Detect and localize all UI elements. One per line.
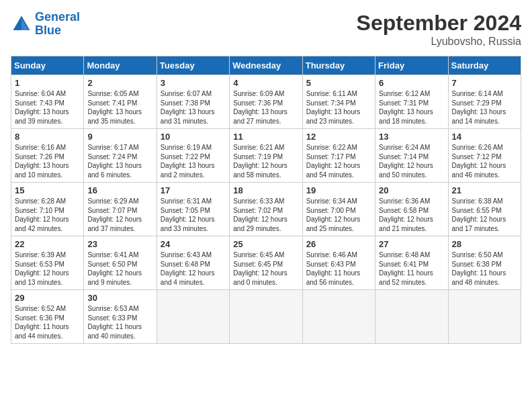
calendar-cell: 3 Sunrise: 6:07 AMSunset: 7:38 PMDayligh… [157,75,229,129]
calendar-week-4: 22 Sunrise: 6:39 AMSunset: 6:53 PMDaylig… [11,236,521,290]
calendar-cell: 22 Sunrise: 6:39 AMSunset: 6:53 PMDaylig… [11,236,84,290]
day-content: Sunrise: 6:46 AMSunset: 6:43 PMDaylight:… [306,250,371,287]
calendar-cell: 19 Sunrise: 6:34 AMSunset: 7:00 PMDaylig… [302,183,375,236]
day-number: 14 [452,132,517,142]
day-content: Sunrise: 6:43 AMSunset: 6:48 PMDaylight:… [161,250,226,287]
calendar-cell: 15 Sunrise: 6:28 AMSunset: 7:10 PMDaylig… [11,183,84,236]
day-content: Sunrise: 6:17 AMSunset: 7:24 PMDaylight:… [87,143,152,179]
page-header: General Blue September 2024 Lyubovsho, R… [11,11,521,48]
calendar-cell: 21 Sunrise: 6:38 AMSunset: 6:55 PMDaylig… [448,183,521,236]
day-content: Sunrise: 6:41 AMSunset: 6:50 PMDaylight:… [87,250,152,287]
day-content: Sunrise: 6:48 AMSunset: 6:41 PMDaylight:… [379,250,444,287]
calendar-cell: 23 Sunrise: 6:41 AMSunset: 6:50 PMDaylig… [84,236,157,290]
day-content: Sunrise: 6:24 AMSunset: 7:14 PMDaylight:… [379,143,444,179]
calendar-cell: 13 Sunrise: 6:24 AMSunset: 7:14 PMDaylig… [375,129,448,183]
day-number: 21 [452,185,517,195]
header-friday: Friday [375,56,448,75]
day-content: Sunrise: 6:21 AMSunset: 7:19 PMDaylight:… [233,143,298,179]
day-content: Sunrise: 6:28 AMSunset: 7:10 PMDaylight:… [15,197,80,233]
logo-icon [11,13,32,35]
day-content: Sunrise: 6:33 AMSunset: 7:02 PMDaylight:… [233,197,298,233]
day-number: 20 [379,185,444,195]
day-number: 30 [87,293,152,303]
month-title: September 2024 [357,11,521,36]
day-content: Sunrise: 6:52 AMSunset: 6:36 PMDaylight:… [15,304,80,340]
calendar-cell: 1 Sunrise: 6:04 AMSunset: 7:43 PMDayligh… [11,75,84,129]
day-number: 22 [15,239,80,249]
calendar-cell: 6 Sunrise: 6:12 AMSunset: 7:31 PMDayligh… [375,75,448,129]
day-number: 13 [379,132,444,142]
calendar-cell: 28 Sunrise: 6:50 AMSunset: 6:38 PMDaylig… [448,236,521,290]
day-number: 29 [15,293,80,303]
day-content: Sunrise: 6:34 AMSunset: 7:00 PMDaylight:… [306,197,371,233]
day-number: 9 [87,132,152,142]
calendar-cell [157,290,229,344]
day-number: 3 [161,78,226,88]
day-content: Sunrise: 6:19 AMSunset: 7:22 PMDaylight:… [161,143,226,179]
calendar-week-3: 15 Sunrise: 6:28 AMSunset: 7:10 PMDaylig… [11,183,521,236]
day-content: Sunrise: 6:04 AMSunset: 7:43 PMDaylight:… [15,89,80,126]
day-number: 25 [233,239,298,249]
calendar-cell: 26 Sunrise: 6:46 AMSunset: 6:43 PMDaylig… [302,236,375,290]
title-area: September 2024 Lyubovsho, Russia [357,11,521,48]
calendar-cell [230,290,302,344]
calendar-cell [375,290,448,344]
header-thursday: Thursday [302,56,375,75]
day-content: Sunrise: 6:29 AMSunset: 7:07 PMDaylight:… [87,197,152,233]
calendar-cell: 9 Sunrise: 6:17 AMSunset: 7:24 PMDayligh… [84,129,157,183]
calendar-week-5: 29 Sunrise: 6:52 AMSunset: 6:36 PMDaylig… [11,290,521,344]
day-content: Sunrise: 6:26 AMSunset: 7:12 PMDaylight:… [452,143,517,179]
day-number: 7 [452,78,517,88]
day-content: Sunrise: 6:50 AMSunset: 6:38 PMDaylight:… [452,250,517,287]
calendar-cell: 17 Sunrise: 6:31 AMSunset: 7:05 PMDaylig… [157,183,229,236]
day-content: Sunrise: 6:14 AMSunset: 7:29 PMDaylight:… [452,89,517,126]
day-number: 15 [15,185,80,195]
day-number: 28 [452,239,517,249]
day-content: Sunrise: 6:53 AMSunset: 6:33 PMDaylight:… [87,304,152,340]
calendar-cell: 30 Sunrise: 6:53 AMSunset: 6:33 PMDaylig… [84,290,157,344]
calendar-cell: 12 Sunrise: 6:22 AMSunset: 7:17 PMDaylig… [302,129,375,183]
day-number: 24 [161,239,226,249]
day-number: 18 [233,185,298,195]
calendar-week-1: 1 Sunrise: 6:04 AMSunset: 7:43 PMDayligh… [11,75,521,129]
calendar-cell: 2 Sunrise: 6:05 AMSunset: 7:41 PMDayligh… [84,75,157,129]
calendar-cell: 4 Sunrise: 6:09 AMSunset: 7:36 PMDayligh… [230,75,302,129]
header-saturday: Saturday [448,56,521,75]
day-number: 8 [15,132,80,142]
day-content: Sunrise: 6:45 AMSunset: 6:45 PMDaylight:… [233,250,298,287]
logo: General Blue [11,11,80,38]
day-number: 17 [161,185,226,195]
day-number: 27 [379,239,444,249]
calendar-table: Sunday Monday Tuesday Wednesday Thursday… [11,56,521,344]
day-content: Sunrise: 6:36 AMSunset: 6:58 PMDaylight:… [379,197,444,233]
day-number: 11 [233,132,298,142]
calendar-cell: 5 Sunrise: 6:11 AMSunset: 7:34 PMDayligh… [302,75,375,129]
day-content: Sunrise: 6:38 AMSunset: 6:55 PMDaylight:… [452,197,517,233]
header-sunday: Sunday [11,56,84,75]
location-subtitle: Lyubovsho, Russia [357,36,521,48]
day-number: 6 [379,78,444,88]
calendar-cell [302,290,375,344]
day-number: 10 [161,132,226,142]
calendar-cell: 18 Sunrise: 6:33 AMSunset: 7:02 PMDaylig… [230,183,302,236]
calendar-cell: 10 Sunrise: 6:19 AMSunset: 7:22 PMDaylig… [157,129,229,183]
day-number: 19 [306,185,371,195]
calendar-cell: 27 Sunrise: 6:48 AMSunset: 6:41 PMDaylig… [375,236,448,290]
day-content: Sunrise: 6:12 AMSunset: 7:31 PMDaylight:… [379,89,444,126]
day-content: Sunrise: 6:09 AMSunset: 7:36 PMDaylight:… [233,89,298,126]
weekday-header-row: Sunday Monday Tuesday Wednesday Thursday… [11,56,521,75]
day-content: Sunrise: 6:11 AMSunset: 7:34 PMDaylight:… [306,89,371,126]
calendar-week-2: 8 Sunrise: 6:16 AMSunset: 7:26 PMDayligh… [11,129,521,183]
calendar-cell: 11 Sunrise: 6:21 AMSunset: 7:19 PMDaylig… [230,129,302,183]
day-content: Sunrise: 6:31 AMSunset: 7:05 PMDaylight:… [161,197,226,233]
calendar-cell: 16 Sunrise: 6:29 AMSunset: 7:07 PMDaylig… [84,183,157,236]
calendar-cell: 7 Sunrise: 6:14 AMSunset: 7:29 PMDayligh… [448,75,521,129]
day-content: Sunrise: 6:07 AMSunset: 7:38 PMDaylight:… [161,89,226,126]
calendar-cell: 24 Sunrise: 6:43 AMSunset: 6:48 PMDaylig… [157,236,229,290]
day-content: Sunrise: 6:05 AMSunset: 7:41 PMDaylight:… [87,89,152,126]
calendar-cell: 29 Sunrise: 6:52 AMSunset: 6:36 PMDaylig… [11,290,84,344]
day-content: Sunrise: 6:22 AMSunset: 7:17 PMDaylight:… [306,143,371,179]
header-monday: Monday [84,56,157,75]
calendar-cell: 8 Sunrise: 6:16 AMSunset: 7:26 PMDayligh… [11,129,84,183]
day-number: 1 [15,78,80,88]
